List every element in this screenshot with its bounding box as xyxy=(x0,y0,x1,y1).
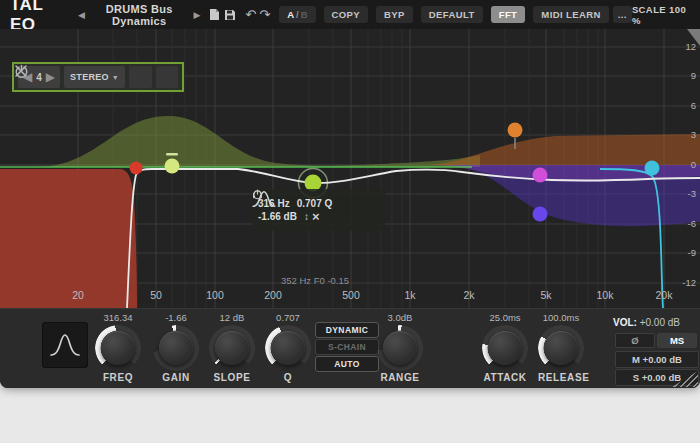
freq-tick-10k: 10k xyxy=(592,289,618,301)
band-number: 4 xyxy=(36,72,42,83)
ms-button[interactable]: MS xyxy=(657,333,697,348)
freq-value: 316.34 xyxy=(95,312,141,324)
freq-tick-100: 100 xyxy=(202,289,228,301)
midi-learn-button[interactable]: MIDI LEARN xyxy=(533,6,608,23)
ab-toggle[interactable]: A/B xyxy=(279,6,315,23)
undo-icon[interactable]: ↶ xyxy=(245,9,256,21)
fft-button[interactable]: FFT xyxy=(491,6,526,23)
power-icon[interactable] xyxy=(252,189,263,200)
ab-sep: / xyxy=(294,9,301,20)
preset-name[interactable]: DRUMS Bus Dynamics xyxy=(85,3,194,27)
gain-knob[interactable]: -1.66 GAIN xyxy=(153,312,199,383)
tooltip-gain: -1.66 dB xyxy=(258,211,297,222)
top-toolbar: TAL EQ ◀ DRUMS Bus Dynamics ▶ ↶ ↷ A/B CO… xyxy=(0,0,700,30)
freq-label: FREQ xyxy=(95,372,141,383)
freq-tick-50: 50 xyxy=(143,289,169,301)
band5-handle[interactable] xyxy=(533,168,548,183)
eq-graph[interactable]: 20 50 100 200 500 1k 2k 5k 10k 20k 12 9 … xyxy=(0,29,700,308)
tooltip-q: 0.707 Q xyxy=(297,198,333,209)
filter-type-button[interactable] xyxy=(42,322,88,368)
fundamental-annotation: 352 Hz F0 -0.15 xyxy=(255,275,375,286)
db-tick-m9: -9 xyxy=(678,247,696,258)
drag-updown-icon[interactable]: ↕ xyxy=(304,212,309,222)
schain-button[interactable]: S-CHAIN xyxy=(315,339,379,355)
freq-tick-1k: 1k xyxy=(397,289,423,301)
freq-tick-500: 500 xyxy=(338,289,364,301)
ab-a-label: A xyxy=(287,9,294,20)
db-tick-m6: -6 xyxy=(678,218,696,229)
band1-handle[interactable] xyxy=(130,162,143,175)
band-nav-bar: ◀ 4 ▶ STEREO ▼ xyxy=(12,62,184,92)
band4-handle[interactable] xyxy=(508,123,523,138)
mid-gain-button[interactable]: M +0.00 dB xyxy=(615,351,699,368)
preset-next-icon[interactable]: ▶ xyxy=(194,10,201,20)
band2-handle[interactable] xyxy=(165,159,180,174)
band-tooltip: 316 Hz 0.707 Q -1.66 dB ↕ xyxy=(252,189,386,231)
purple-fill xyxy=(450,165,700,226)
highpass-region xyxy=(0,169,137,308)
release-label: RELEASE xyxy=(538,372,584,383)
close-icon[interactable]: × xyxy=(312,212,320,222)
channel-mode-dropdown[interactable]: STEREO ▼ xyxy=(64,66,125,88)
ab-b-label: B xyxy=(301,9,308,20)
range-value: 3.0dB xyxy=(377,312,423,324)
db-tick-0: 0 xyxy=(678,159,696,170)
slope-knob[interactable]: 12 dB SLOPE xyxy=(209,312,255,383)
band2-bell-fill xyxy=(38,116,480,167)
freq-knob[interactable]: 316.34 FREQ xyxy=(95,312,141,383)
bypass-button[interactable]: BYP xyxy=(376,6,413,23)
auto-button[interactable]: AUTO xyxy=(315,356,379,372)
band6-handle[interactable] xyxy=(533,207,548,222)
scale-label[interactable]: SCALE 100 % xyxy=(632,4,688,26)
db-tick-9: 9 xyxy=(678,70,696,81)
q-label: Q xyxy=(265,372,311,383)
screenshot-stage: TAL EQ ◀ DRUMS Bus Dynamics ▶ ↶ ↷ A/B CO… xyxy=(0,0,700,443)
default-button[interactable]: DEFAULT xyxy=(421,6,483,23)
band-next-icon[interactable]: ▶ xyxy=(46,70,55,84)
gain-label: GAIN xyxy=(153,372,199,383)
more-button[interactable]: ... xyxy=(613,6,632,23)
freq-tick-20: 20 xyxy=(65,289,91,301)
volume-readout[interactable]: VOL: +0.00 dB xyxy=(613,317,697,328)
redo-icon[interactable]: ↷ xyxy=(259,9,270,21)
shelf-fill xyxy=(430,134,700,165)
range-label: RANGE xyxy=(377,372,423,383)
band7-handle[interactable] xyxy=(645,161,660,176)
range-knob[interactable]: 3.0dB RANGE xyxy=(377,312,423,383)
band2-dyn-marker xyxy=(166,153,178,156)
channel-mode-label: STEREO xyxy=(70,72,109,82)
attack-value: 25.0ms xyxy=(482,312,528,324)
release-knob[interactable]: 100.0ms RELEASE xyxy=(538,312,584,383)
band-power-button[interactable] xyxy=(129,66,151,88)
plugin-window: TAL EQ ◀ DRUMS Bus Dynamics ▶ ↶ ↷ A/B CO… xyxy=(0,0,700,388)
preset-prev-icon[interactable]: ◀ xyxy=(78,10,85,20)
attack-label: ATTACK xyxy=(482,372,528,383)
db-tick-12: 12 xyxy=(678,41,696,52)
bell-curve-icon xyxy=(49,332,81,358)
vol-label: VOL: xyxy=(613,317,637,328)
phase-button[interactable]: Ø xyxy=(615,333,655,348)
new-preset-icon[interactable] xyxy=(208,8,220,22)
freq-tick-20k: 20k xyxy=(651,289,677,301)
attack-knob[interactable]: 25.0ms ATTACK xyxy=(482,312,528,383)
control-panel: 316.34 FREQ -1.66 GAIN 12 dB SLOPE 0.707… xyxy=(0,308,700,388)
band-delete-button[interactable] xyxy=(156,66,178,88)
copy-button[interactable]: COPY xyxy=(324,6,369,23)
dynamic-button[interactable]: DYNAMIC xyxy=(315,322,379,338)
db-tick-m12: -12 xyxy=(678,277,696,288)
close-icon xyxy=(14,64,28,78)
freq-tick-5k: 5k xyxy=(533,289,559,301)
vol-value: +0.00 dB xyxy=(640,317,680,328)
release-value: 100.0ms xyxy=(538,312,584,324)
gain-value: -1.66 xyxy=(153,312,199,324)
save-preset-icon[interactable] xyxy=(224,8,236,22)
q-knob[interactable]: 0.707 Q xyxy=(265,312,311,383)
db-tick-6: 6 xyxy=(678,100,696,111)
freq-tick-200: 200 xyxy=(260,289,286,301)
slope-value: 12 dB xyxy=(209,312,255,324)
phase-ms-row: Ø MS xyxy=(615,333,697,348)
slope-label: SLOPE xyxy=(209,372,255,383)
db-tick-m3: -3 xyxy=(678,188,696,199)
freq-tick-2k: 2k xyxy=(456,289,482,301)
q-value: 0.707 xyxy=(265,312,311,324)
